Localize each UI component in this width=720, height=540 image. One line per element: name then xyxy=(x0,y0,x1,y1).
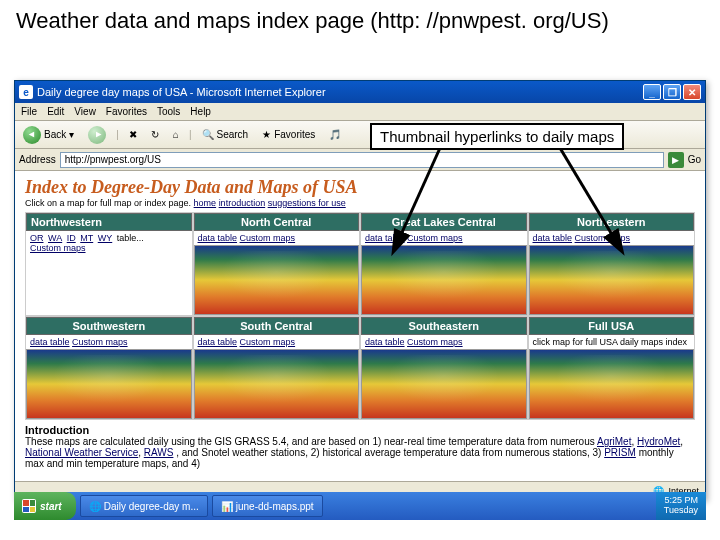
link-data-table[interactable]: data table xyxy=(365,337,405,347)
intro-text-1: These maps are calculated daily using th… xyxy=(25,436,597,447)
link-suggestions[interactable]: suggestions for use xyxy=(268,198,346,208)
back-icon xyxy=(23,126,41,144)
introduction: Introduction These maps are calculated d… xyxy=(15,420,705,473)
region-header: Southeastern xyxy=(361,317,527,335)
address-label: Address xyxy=(19,154,56,165)
link-nws[interactable]: National Weather Service xyxy=(25,447,138,458)
region-southeastern: Southeastern data table Custom maps xyxy=(360,316,528,420)
window-title: Daily degree day maps of USA - Microsoft… xyxy=(37,86,326,98)
thumbnail-map[interactable] xyxy=(194,245,360,315)
media-button[interactable]: 🎵 xyxy=(325,127,345,142)
search-label: Search xyxy=(217,129,249,140)
ppt-icon: 📊 xyxy=(221,501,233,512)
region-header: Northwestern xyxy=(26,213,192,231)
clock-day: Tuesday xyxy=(664,506,698,516)
region-southwestern: Southwestern data table Custom maps xyxy=(25,316,193,420)
link-agrimet[interactable]: AgriMet xyxy=(597,436,631,447)
svg-line-0 xyxy=(395,148,440,248)
link-custom-maps[interactable]: Custom maps xyxy=(407,337,463,347)
subtitle-text: Click on a map for full map or index pag… xyxy=(25,198,194,208)
toolbar-sep: | xyxy=(116,129,119,140)
favorites-label: Favorites xyxy=(274,129,315,140)
link-custom-maps[interactable]: Custom maps xyxy=(30,243,86,253)
link-wa[interactable]: WA xyxy=(48,233,62,243)
region-header: South Central xyxy=(194,317,360,335)
ie-icon: e xyxy=(19,85,33,99)
region-north-central: North Central data table Custom maps xyxy=(193,212,361,316)
thumbnail-map[interactable] xyxy=(194,349,360,419)
link-data-table[interactable]: data table xyxy=(198,233,238,243)
link-hydromet[interactable]: HydroMet xyxy=(637,436,680,447)
callout-arrow-2 xyxy=(560,148,640,272)
taskbar-item-browser[interactable]: 🌐 Daily degree-day m... xyxy=(80,495,208,517)
taskbar-item-ppt[interactable]: 📊 june-dd-maps.ppt xyxy=(212,495,323,517)
favorites-button[interactable]: ★ Favorites xyxy=(258,127,319,142)
ie-icon: 🌐 xyxy=(89,501,101,512)
thumbnail-map[interactable] xyxy=(361,349,527,419)
home-button[interactable]: ⌂ xyxy=(169,127,183,142)
nw-tail: table... xyxy=(117,233,144,243)
thumbnail-map[interactable] xyxy=(529,349,695,419)
link-home[interactable]: home xyxy=(194,198,217,208)
windows-logo-icon xyxy=(22,499,36,513)
menubar: File Edit View Favorites Tools Help xyxy=(15,103,705,121)
search-button[interactable]: 🔍 Search xyxy=(198,127,253,142)
system-tray[interactable]: 5:25 PM Tuesday xyxy=(656,492,706,520)
minimize-button[interactable]: _ xyxy=(643,84,661,100)
menu-tools[interactable]: Tools xyxy=(157,106,180,117)
go-label: Go xyxy=(688,154,701,165)
thumbnail-map[interactable] xyxy=(26,349,192,419)
link-custom-maps[interactable]: Custom maps xyxy=(240,233,296,243)
link-custom-maps[interactable]: Custom maps xyxy=(72,337,128,347)
link-or[interactable]: OR xyxy=(30,233,44,243)
taskbar-label: Daily degree-day m... xyxy=(104,501,199,512)
toolbar-sep2: | xyxy=(189,129,192,140)
menu-favorites[interactable]: Favorites xyxy=(106,106,147,117)
start-label: start xyxy=(40,501,62,512)
callout-arrow-1 xyxy=(390,148,450,272)
link-raws[interactable]: RAWS xyxy=(144,447,174,458)
link-wy[interactable]: WY xyxy=(98,233,113,243)
back-label: Back xyxy=(44,129,66,140)
region-header: Southwestern xyxy=(26,317,192,335)
titlebar: e Daily degree day maps of USA - Microso… xyxy=(15,81,705,103)
link-data-table[interactable]: data table xyxy=(198,337,238,347)
go-button[interactable]: ▶ xyxy=(668,152,684,168)
svg-line-1 xyxy=(560,148,620,248)
refresh-button[interactable]: ↻ xyxy=(147,127,163,142)
link-data-table[interactable]: data table xyxy=(30,337,70,347)
callout-label: Thumbnail hyperlinks to daily maps xyxy=(370,123,624,150)
link-mt[interactable]: MT xyxy=(80,233,93,243)
region-south-central: South Central data table Custom maps xyxy=(193,316,361,420)
back-button[interactable]: Back ▾ xyxy=(19,124,78,146)
forward-button[interactable] xyxy=(84,124,110,146)
link-intro[interactable]: introduction xyxy=(219,198,266,208)
taskbar-label: june-dd-maps.ppt xyxy=(236,501,314,512)
link-prism[interactable]: PRISM xyxy=(604,447,636,458)
menu-view[interactable]: View xyxy=(74,106,96,117)
nw-state-links: OR WA ID MT WY table... Custom maps xyxy=(26,231,192,255)
start-button[interactable]: start xyxy=(14,492,76,520)
menu-help[interactable]: Help xyxy=(190,106,211,117)
maximize-button[interactable]: ❐ xyxy=(663,84,681,100)
full-usa-text: click map for full USA daily maps index xyxy=(533,337,688,347)
region-header: North Central xyxy=(194,213,360,231)
intro-heading: Introduction xyxy=(25,424,89,436)
taskbar: start 🌐 Daily degree-day m... 📊 june-dd-… xyxy=(14,492,706,520)
forward-icon xyxy=(88,126,106,144)
close-button[interactable]: ✕ xyxy=(683,84,701,100)
link-custom-maps[interactable]: Custom maps xyxy=(240,337,296,347)
stop-button[interactable]: ✖ xyxy=(125,127,141,142)
intro-text-2: , and Snotel weather stations, 2) histor… xyxy=(176,447,604,458)
link-id[interactable]: ID xyxy=(67,233,76,243)
region-header: Full USA xyxy=(529,317,695,335)
region-full-usa: Full USA click map for full USA daily ma… xyxy=(528,316,696,420)
menu-file[interactable]: File xyxy=(21,106,37,117)
menu-edit[interactable]: Edit xyxy=(47,106,64,117)
slide-title: Weather data and maps index page (http: … xyxy=(0,0,720,42)
region-northwestern: Northwestern OR WA ID MT WY table... Cus… xyxy=(25,212,193,316)
